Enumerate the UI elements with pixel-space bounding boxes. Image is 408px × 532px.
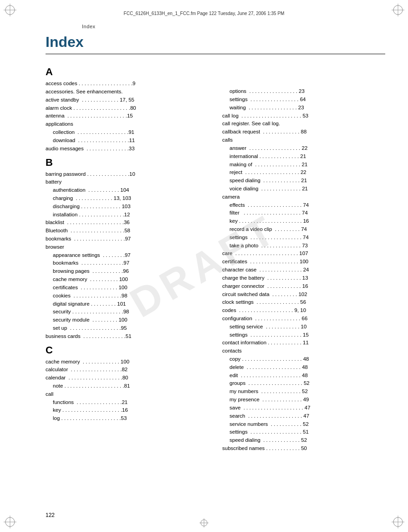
entry-call-key: key . . . . . . . . . . . . . . . . . . … xyxy=(46,406,209,414)
main-heading: Index xyxy=(46,34,385,50)
entry-configuration-settings: settings . . . . . . . . . . . . . . . .… xyxy=(222,331,385,339)
entry-charger-connector: charger connector . . . . . . . . . . . … xyxy=(222,282,385,291)
entry-contacts-my-presence: my presence . . . . . . . . . . . . . . … xyxy=(222,396,385,404)
section-label: Index xyxy=(82,24,96,29)
entry-browser-appearance: appearance settings . . . . . . . .97 xyxy=(46,251,209,260)
entry-browser-digital-sig: digital signature . . . . . . . . . 101 xyxy=(46,300,209,308)
entry-calculator: calculator . . . . . . . . . . . . . . .… xyxy=(46,366,209,374)
entry-camera-record-video: record a video clip . . . . . . . . . 74 xyxy=(222,225,385,234)
entry-subscribed-names: subscribed names . . . . . . . . . . . .… xyxy=(222,445,385,453)
entry-browser-browsing: browsing pages . . . . . . . . . . .96 xyxy=(46,267,209,276)
entry-configuration: configuration . . . . . . . . . . . . . … xyxy=(222,315,385,323)
corner-mark-tr xyxy=(392,4,404,16)
entry-browser-certificates: certificates . . . . . . . . . . . . . 1… xyxy=(46,284,209,292)
header-bar: FCC_6126H_6133H_en_1_FCC.fm Page 122 Tue… xyxy=(0,8,408,18)
entry-browser-cookies: cookies . . . . . . . . . . . . . . . . … xyxy=(46,292,209,300)
entry-camera-filter: filter . . . . . . . . . . . . . . . . .… xyxy=(222,209,385,217)
entry-browser-cache: cache memory . . . . . . . . . . 100 xyxy=(46,276,209,284)
entry-contacts-settings: settings . . . . . . . . . . . . . . . .… xyxy=(222,428,385,436)
corner-mark-bl xyxy=(4,516,16,528)
entry-call-log: log . . . . . . . . . . . . . . . . . . … xyxy=(46,414,209,423)
entry-calls-voice-dialing: voice dialing . . . . . . . . . . . . . … xyxy=(222,185,385,193)
entry-calendar: calendar . . . . . . . . . . . . . . . .… xyxy=(46,374,209,382)
corner-mark-br xyxy=(392,516,404,528)
entry-call-functions: functions . . . . . . . . . . . . . . . … xyxy=(46,399,209,407)
entry-battery-installation: installation . . . . . . . . . . . . . .… xyxy=(46,211,209,219)
entry-browser-bookmarks: bookmarks . . . . . . . . . . . . . . .9… xyxy=(46,259,209,267)
entry-active-standby: active standby . . . . . . . . . . . . .… xyxy=(46,96,209,104)
entry-care: care . . . . . . . . . . . . . . . . . .… xyxy=(222,250,385,258)
entry-codes: codes . . . . . . . . . . . . . . . . . … xyxy=(222,307,385,315)
entry-circuit-switched: circuit switched data . . . . . . . . . … xyxy=(222,291,385,299)
entry-applications: applications xyxy=(46,120,209,128)
bottom-center-mark xyxy=(199,518,209,527)
content-area: Index A access codes . . . . . . . . . .… xyxy=(46,34,385,505)
entry-blacklist: blacklist . . . . . . . . . . . . . . . … xyxy=(46,219,209,227)
entry-configuration-setting-service: setting service . . . . . . . . . . . . … xyxy=(222,323,385,331)
entry-call: call xyxy=(46,390,209,399)
entry-contacts-groups: groups . . . . . . . . . . . . . . . . .… xyxy=(222,379,385,388)
page-number: 122 xyxy=(46,512,55,518)
entry-battery: battery xyxy=(46,178,209,186)
entry-calls-answer: answer . . . . . . . . . . . . . . . . .… xyxy=(222,144,385,153)
entry-call-options: options . . . . . . . . . . . . . . . . … xyxy=(222,87,385,96)
entry-calls-reject: reject . . . . . . . . . . . . . . . . .… xyxy=(222,169,385,177)
entry-calendar-note: note . . . . . . . . . . . . . . . . . .… xyxy=(46,382,209,390)
entry-contacts-my-numbers: my numbers . . . . . . . . . . . . . . 5… xyxy=(222,388,385,396)
entry-contact-information: contact information . . . . . . . . . . … xyxy=(222,339,385,347)
section-a-header: A xyxy=(46,66,209,78)
entry-business-cards: business cards . . . . . . . . . . . . .… xyxy=(46,332,209,341)
entry-bluetooth: Bluetooth . . . . . . . . . . . . . . . … xyxy=(46,227,209,235)
index-columns: A access codes . . . . . . . . . . . . .… xyxy=(46,62,385,453)
entry-antenna: antenna . . . . . . . . . . . . . . . . … xyxy=(46,112,209,120)
entry-calls-making: making of . . . . . . . . . . . . . . . … xyxy=(222,161,385,169)
entry-camera-effects: effects . . . . . . . . . . . . . . . . … xyxy=(222,201,385,210)
entry-bookmarks: bookmarks . . . . . . . . . . . . . . . … xyxy=(46,235,209,243)
entry-contacts-service-numbers: service numbers . . . . . . . . . . . 52 xyxy=(222,420,385,429)
entry-browser-security: security . . . . . . . . . . . . . . . .… xyxy=(46,308,209,316)
entry-calls-speed-dialing: speed dialing . . . . . . . . . . . . . … xyxy=(222,177,385,185)
entry-contacts-search: search . . . . . . . . . . . . . . . . .… xyxy=(222,412,385,420)
entry-battery-charging: charging . . . . . . . . . . . . . 13, 1… xyxy=(46,194,209,203)
entry-calls: calls xyxy=(222,136,385,144)
entry-applications-collection: collection . . . . . . . . . . . . . . .… xyxy=(46,128,209,137)
entry-battery-discharging: discharging . . . . . . . . . . . . . . … xyxy=(46,203,209,211)
entry-camera-take-photo: take a photo . . . . . . . . . . . . . .… xyxy=(222,242,385,250)
corner-mark-tl xyxy=(4,4,16,16)
entry-alarm-clock: alarm clock . . . . . . . . . . . . . . … xyxy=(46,104,209,113)
entry-barring-password: barring password . . . . . . . . . . . .… xyxy=(46,170,209,179)
entry-call-settings: settings . . . . . . . . . . . . . . . .… xyxy=(222,96,385,104)
entry-contacts-edit: edit . . . . . . . . . . . . . . . . . .… xyxy=(222,372,385,380)
divider xyxy=(46,54,385,54)
entry-battery-auth: authentication . . . . . . . . . . . 104 xyxy=(46,186,209,194)
entry-camera-settings: settings . . . . . . . . . . . . . . . .… xyxy=(222,234,385,242)
entry-camera: camera xyxy=(222,193,385,201)
entry-contacts-copy: copy . . . . . . . . . . . . . . . . . .… xyxy=(222,355,385,363)
entry-clock-settings: clock settings . . . . . . . . . . . . .… xyxy=(222,298,385,307)
entry-certificates: certificates . . . . . . . . . . . . . .… xyxy=(222,258,385,266)
left-column: A access codes . . . . . . . . . . . . .… xyxy=(46,62,209,423)
entry-browser: browser xyxy=(46,243,209,251)
header-text: FCC_6126H_6133H_en_1_FCC.fm Page 122 Tue… xyxy=(124,11,285,16)
entry-call-waiting: waiting . . . . . . . . . . . . . . . . … xyxy=(222,104,385,112)
entry-applications-download: download . . . . . . . . . . . . . . . .… xyxy=(46,137,209,145)
entry-charge-battery: charge the battery . . . . . . . . . . .… xyxy=(222,274,385,282)
entry-call-log: call log . . . . . . . . . . . . . . . .… xyxy=(222,112,385,120)
entry-browser-security-module: security module . . . . . . . . . 100 xyxy=(46,316,209,324)
entry-character-case: character case . . . . . . . . . . . . .… xyxy=(222,266,385,274)
entry-contacts-speed-dialing: speed dialing . . . . . . . . . . . . . … xyxy=(222,436,385,445)
section-b-header: B xyxy=(46,157,209,169)
entry-camera-key: key . . . . . . . . . . . . . . . . . . … xyxy=(222,217,385,225)
entry-audio-messages: audio messages . . . . . . . . . . . . .… xyxy=(46,145,209,153)
entry-call-register: call register. See call log. xyxy=(222,120,385,128)
entry-browser-setup: set up . . . . . . . . . . . . . . . . .… xyxy=(46,324,209,332)
entry-contacts: contacts xyxy=(222,347,385,355)
page: FCC_6126H_6133H_en_1_FCC.fm Page 122 Tue… xyxy=(0,0,408,532)
right-column: options . . . . . . . . . . . . . . . . … xyxy=(222,62,385,453)
entry-cache-memory: cache memory . . . . . . . . . . . . . 1… xyxy=(46,358,209,366)
entry-contacts-delete: delete . . . . . . . . . . . . . . . . .… xyxy=(222,363,385,372)
entry-access-codes: access codes . . . . . . . . . . . . . .… xyxy=(46,80,209,88)
entry-contacts-save: save . . . . . . . . . . . . . . . . . .… xyxy=(222,404,385,412)
section-c-header: C xyxy=(46,344,209,356)
entry-calls-international: international . . . . . . . . . . . . . … xyxy=(222,153,385,161)
